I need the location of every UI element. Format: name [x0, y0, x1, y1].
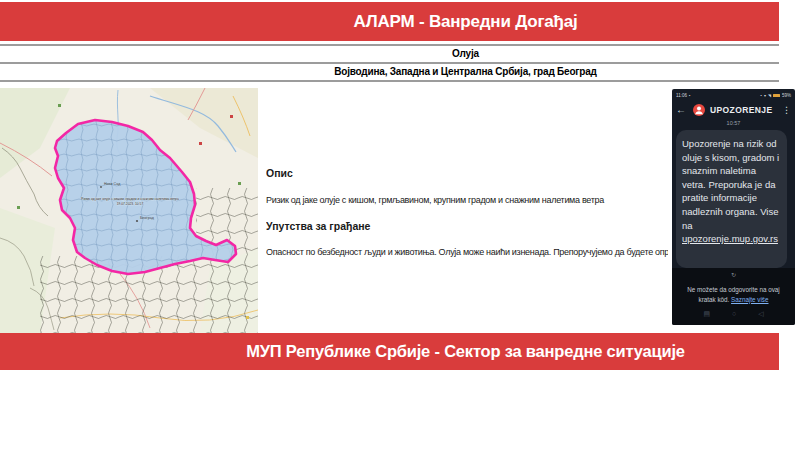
message-link[interactable]: upozorenje.mup.gov.rs	[682, 233, 778, 244]
affected-area-map: Нови Сад Београд Ризик од јаке олује с к…	[0, 88, 258, 333]
event-details: Опис Ризик од јаке олује с кишом, грмљав…	[266, 167, 668, 257]
phone-screenshot: 11:06 ▪ ▪ ▾ ◥ 59% ← UPOZORENJE ⋮ 10:57	[672, 89, 795, 325]
regions-label: Војводина, Западна и Централна Србија, г…	[334, 66, 597, 77]
recents-icon[interactable]: ▤	[703, 310, 710, 318]
battery-icon	[773, 94, 780, 98]
map-city-label-beograd: Београд	[140, 216, 155, 220]
alarm-banner: АЛАРМ - Ванредни Догађај	[0, 2, 779, 41]
map-marker-yellow	[246, 316, 249, 319]
map-alert-caption-line1: Ризик од јаке олује с кишом, градом и сн…	[81, 197, 179, 201]
battery-percent: 59%	[782, 93, 791, 98]
message-status-icon: ↻	[672, 271, 795, 278]
event-type-row: Олуја	[0, 44, 779, 64]
map-city-label-novi-sad: Нови Сад	[104, 182, 121, 186]
message-timestamp: 10:57	[672, 120, 795, 126]
instructions-text: Опасност по безбедност људи и животиња. …	[266, 247, 668, 257]
instructions-heading: Упутства за грађане	[266, 220, 668, 232]
phone-app-bar: ← UPOZORENJE ⋮	[672, 102, 795, 118]
regions-row: Војводина, Западна и Централна Србија, г…	[0, 64, 779, 82]
back-arrow-icon[interactable]: ←	[676, 102, 686, 118]
kebab-menu-icon[interactable]: ⋮	[782, 105, 791, 115]
ministry-banner: МУП Републике Србије - Сектор за ванредн…	[0, 333, 779, 370]
description-text: Ризик од јаке олује с кишом, грмљавином,…	[266, 195, 668, 205]
event-type-label: Олуја	[452, 48, 479, 59]
home-icon[interactable]: ○	[732, 310, 736, 318]
phone-footer-note: Ne možete da odgovorite na ovaj kratak k…	[685, 285, 782, 304]
signal-icon: ◥	[768, 93, 771, 98]
phone-clock: 11:06	[676, 93, 687, 98]
notification-dot-icon: ▪	[689, 93, 690, 98]
map-alert-caption-line2: 19.07.2023. 10:57	[117, 202, 144, 206]
description-heading: Опис	[266, 167, 668, 179]
phone-nav-bar: ▤ ○ ◁	[672, 310, 795, 318]
ministry-banner-title: МУП Републике Србије - Сектор за ванредн…	[246, 342, 685, 360]
sender-avatar	[693, 104, 705, 116]
map-marker-green	[17, 206, 20, 209]
message-bubble: Upozorenje na rizik od oluje s kisom, gr…	[676, 130, 787, 268]
learn-more-link[interactable]: Saznajte više	[731, 296, 768, 303]
page: АЛАРМ - Ванредни Догађај Олуја Војводина…	[0, 0, 800, 450]
person-icon	[693, 104, 705, 116]
back-nav-icon[interactable]: ◁	[758, 310, 763, 318]
wifi-icon: ▾	[764, 93, 766, 98]
phone-app-title: UPOZORENJE	[710, 105, 773, 115]
phone-status-bar: 11:06 ▪ ▪ ▾ ◥ 59%	[672, 91, 795, 100]
sim-icon: ▪	[760, 93, 761, 98]
alarm-banner-title: АЛАРМ - Ванредни Догађај	[353, 12, 577, 31]
message-text: Upozorenje na rizik od oluje s kisom, gr…	[682, 138, 779, 231]
map-marker-red	[199, 142, 202, 145]
